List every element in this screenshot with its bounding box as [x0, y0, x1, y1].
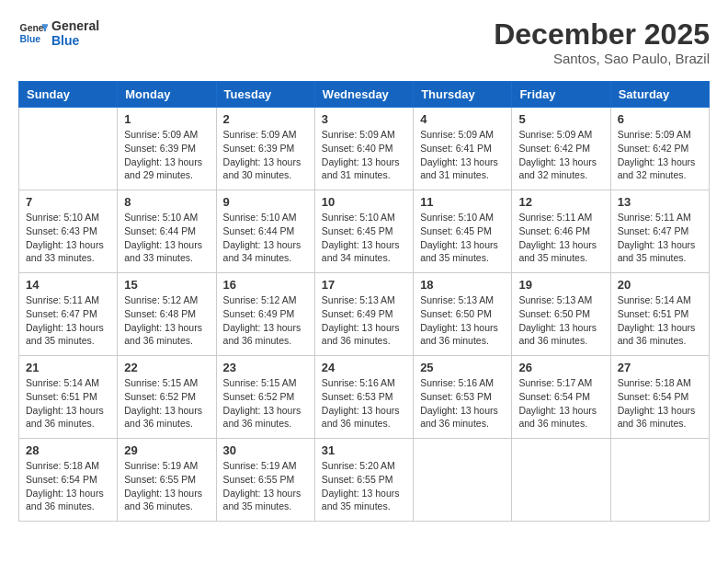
calendar-cell: 3Sunrise: 5:09 AMSunset: 6:40 PMDaylight…: [314, 108, 413, 190]
day-number: 24: [322, 361, 406, 374]
day-info: Sunrise: 5:15 AMSunset: 6:52 PMDaylight:…: [124, 376, 209, 431]
calendar-cell: 11Sunrise: 5:10 AMSunset: 6:45 PMDayligh…: [414, 190, 512, 273]
day-info: Sunrise: 5:19 AMSunset: 6:55 PMDaylight:…: [124, 459, 209, 513]
calendar-cell: 19Sunrise: 5:13 AMSunset: 6:50 PMDayligh…: [512, 273, 610, 356]
column-header-tuesday: Tuesday: [216, 82, 314, 108]
day-number: 4: [420, 112, 505, 126]
column-header-sunday: Sunday: [19, 82, 118, 108]
week-row-3: 14Sunrise: 5:11 AMSunset: 6:47 PMDayligh…: [19, 273, 710, 356]
day-info: Sunrise: 5:18 AMSunset: 6:54 PMDaylight:…: [26, 459, 110, 513]
calendar-cell: 7Sunrise: 5:10 AMSunset: 6:43 PMDaylight…: [19, 190, 118, 273]
day-info: Sunrise: 5:15 AMSunset: 6:52 PMDaylight:…: [223, 376, 308, 431]
calendar-cell: [512, 439, 610, 522]
calendar-cell: 12Sunrise: 5:11 AMSunset: 6:46 PMDayligh…: [512, 190, 610, 273]
day-number: 31: [322, 443, 406, 457]
column-header-thursday: Thursday: [414, 82, 512, 108]
day-number: 28: [26, 443, 110, 457]
calendar-cell: 16Sunrise: 5:12 AMSunset: 6:49 PMDayligh…: [216, 273, 314, 356]
calendar-cell: 2Sunrise: 5:09 AMSunset: 6:39 PMDaylight…: [216, 108, 314, 190]
title-block: December 2025 Santos, Sao Paulo, Brazil: [494, 18, 710, 66]
day-info: Sunrise: 5:17 AMSunset: 6:54 PMDaylight:…: [518, 376, 603, 431]
calendar-cell: 23Sunrise: 5:15 AMSunset: 6:52 PMDayligh…: [216, 356, 314, 439]
day-info: Sunrise: 5:13 AMSunset: 6:50 PMDaylight:…: [518, 293, 603, 348]
day-info: Sunrise: 5:20 AMSunset: 6:55 PMDaylight:…: [322, 459, 406, 513]
calendar-cell: 1Sunrise: 5:09 AMSunset: 6:39 PMDaylight…: [118, 108, 216, 190]
day-info: Sunrise: 5:14 AMSunset: 6:51 PMDaylight:…: [26, 376, 110, 431]
location-subtitle: Santos, Sao Paulo, Brazil: [494, 51, 710, 66]
day-info: Sunrise: 5:09 AMSunset: 6:42 PMDaylight:…: [518, 128, 603, 182]
day-number: 23: [223, 361, 308, 374]
day-info: Sunrise: 5:09 AMSunset: 6:40 PMDaylight:…: [322, 128, 406, 182]
calendar-cell: 18Sunrise: 5:13 AMSunset: 6:50 PMDayligh…: [414, 273, 512, 356]
day-info: Sunrise: 5:12 AMSunset: 6:48 PMDaylight:…: [124, 293, 209, 348]
calendar-table: SundayMondayTuesdayWednesdayThursdayFrid…: [18, 81, 710, 522]
calendar-cell: 4Sunrise: 5:09 AMSunset: 6:41 PMDaylight…: [414, 108, 512, 190]
day-info: Sunrise: 5:14 AMSunset: 6:51 PMDaylight:…: [618, 293, 702, 348]
calendar-cell: 13Sunrise: 5:11 AMSunset: 6:47 PMDayligh…: [610, 190, 709, 273]
day-info: Sunrise: 5:09 AMSunset: 6:39 PMDaylight:…: [124, 128, 209, 182]
logo-icon: General Blue: [18, 18, 48, 48]
calendar-cell: [19, 108, 118, 190]
svg-text:Blue: Blue: [20, 34, 41, 44]
calendar-cell: 30Sunrise: 5:19 AMSunset: 6:55 PMDayligh…: [216, 439, 314, 522]
week-row-2: 7Sunrise: 5:10 AMSunset: 6:43 PMDaylight…: [19, 190, 710, 273]
day-number: 8: [124, 195, 209, 209]
day-number: 27: [618, 361, 702, 374]
column-header-saturday: Saturday: [610, 82, 709, 108]
calendar-cell: 5Sunrise: 5:09 AMSunset: 6:42 PMDaylight…: [512, 108, 610, 190]
day-info: Sunrise: 5:19 AMSunset: 6:55 PMDaylight:…: [223, 459, 308, 513]
calendar-cell: 28Sunrise: 5:18 AMSunset: 6:54 PMDayligh…: [19, 439, 118, 522]
day-number: 1: [124, 112, 209, 126]
day-info: Sunrise: 5:10 AMSunset: 6:43 PMDaylight:…: [26, 211, 110, 265]
day-number: 15: [124, 278, 209, 292]
calendar-cell: 29Sunrise: 5:19 AMSunset: 6:55 PMDayligh…: [118, 439, 216, 522]
day-number: 7: [26, 195, 110, 209]
day-info: Sunrise: 5:10 AMSunset: 6:45 PMDaylight:…: [322, 211, 406, 265]
logo-blue: Blue: [51, 33, 99, 48]
column-header-wednesday: Wednesday: [314, 82, 413, 108]
day-number: 2: [223, 112, 308, 126]
day-info: Sunrise: 5:09 AMSunset: 6:42 PMDaylight:…: [618, 128, 702, 182]
day-info: Sunrise: 5:13 AMSunset: 6:49 PMDaylight:…: [322, 293, 406, 348]
day-info: Sunrise: 5:16 AMSunset: 6:53 PMDaylight:…: [420, 376, 505, 431]
calendar-cell: 20Sunrise: 5:14 AMSunset: 6:51 PMDayligh…: [610, 273, 709, 356]
calendar-cell: 27Sunrise: 5:18 AMSunset: 6:54 PMDayligh…: [610, 356, 709, 439]
day-number: 6: [618, 112, 702, 126]
day-number: 29: [124, 443, 209, 457]
calendar-cell: 21Sunrise: 5:14 AMSunset: 6:51 PMDayligh…: [19, 356, 118, 439]
calendar-cell: 10Sunrise: 5:10 AMSunset: 6:45 PMDayligh…: [314, 190, 413, 273]
day-info: Sunrise: 5:10 AMSunset: 6:44 PMDaylight:…: [223, 211, 308, 265]
calendar-cell: 9Sunrise: 5:10 AMSunset: 6:44 PMDaylight…: [216, 190, 314, 273]
week-row-5: 28Sunrise: 5:18 AMSunset: 6:54 PMDayligh…: [19, 439, 710, 522]
day-number: 17: [322, 278, 406, 292]
day-info: Sunrise: 5:11 AMSunset: 6:47 PMDaylight:…: [618, 211, 702, 265]
day-info: Sunrise: 5:10 AMSunset: 6:44 PMDaylight:…: [124, 211, 209, 265]
week-row-1: 1Sunrise: 5:09 AMSunset: 6:39 PMDaylight…: [19, 108, 710, 190]
day-number: 5: [518, 112, 603, 126]
day-number: 11: [420, 195, 505, 209]
day-number: 14: [26, 278, 110, 292]
day-info: Sunrise: 5:09 AMSunset: 6:41 PMDaylight:…: [420, 128, 505, 182]
calendar-cell: 15Sunrise: 5:12 AMSunset: 6:48 PMDayligh…: [118, 273, 216, 356]
day-info: Sunrise: 5:13 AMSunset: 6:50 PMDaylight:…: [420, 293, 505, 348]
week-row-4: 21Sunrise: 5:14 AMSunset: 6:51 PMDayligh…: [19, 356, 710, 439]
day-number: 10: [322, 195, 406, 209]
day-info: Sunrise: 5:11 AMSunset: 6:47 PMDaylight:…: [26, 293, 110, 348]
month-year-title: December 2025: [494, 18, 710, 51]
calendar-cell: 22Sunrise: 5:15 AMSunset: 6:52 PMDayligh…: [118, 356, 216, 439]
day-number: 9: [223, 195, 308, 209]
calendar-header-row: SundayMondayTuesdayWednesdayThursdayFrid…: [19, 82, 710, 108]
logo-general: General: [51, 18, 99, 33]
day-number: 19: [518, 278, 603, 292]
calendar-cell: 6Sunrise: 5:09 AMSunset: 6:42 PMDaylight…: [610, 108, 709, 190]
day-info: Sunrise: 5:11 AMSunset: 6:46 PMDaylight:…: [518, 211, 603, 265]
logo: General Blue General Blue: [18, 18, 99, 48]
calendar-cell: 25Sunrise: 5:16 AMSunset: 6:53 PMDayligh…: [414, 356, 512, 439]
day-number: 12: [518, 195, 603, 209]
day-number: 22: [124, 361, 209, 374]
calendar-cell: 17Sunrise: 5:13 AMSunset: 6:49 PMDayligh…: [314, 273, 413, 356]
day-number: 30: [223, 443, 308, 457]
column-header-friday: Friday: [512, 82, 610, 108]
calendar-cell: [414, 439, 512, 522]
page-header: General Blue General Blue December 2025 …: [18, 18, 710, 66]
